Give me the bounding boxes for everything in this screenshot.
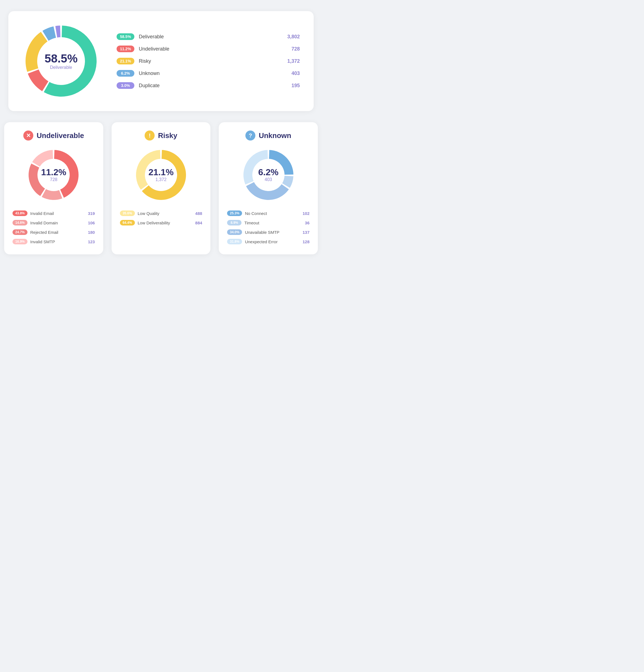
- legend-row: 11.2%Undeliverable728: [117, 46, 300, 52]
- sub-legend-name: Unexpected Error: [245, 239, 300, 244]
- top-card: 58.5% Deliverable 58.5%Deliverable3,8021…: [8, 11, 314, 111]
- main-pct: 58.5%: [45, 52, 77, 65]
- sub-legend-name: Invalid Domain: [30, 220, 85, 225]
- legend-row: 58.5%Deliverable3,802: [117, 33, 300, 40]
- unknown-count: 403: [258, 178, 278, 182]
- sub-legend-count: 123: [88, 239, 95, 244]
- legend-name: Deliverable: [139, 34, 283, 40]
- sub-card-title: Risky: [158, 131, 177, 140]
- sub-badge: 8.9%: [227, 220, 242, 226]
- sub-legend-count: 137: [303, 230, 309, 235]
- legend-count: 1,372: [287, 58, 300, 64]
- sub-legend-row: 31.8%Unexpected Error128: [227, 239, 309, 244]
- legend-badge: 21.1%: [117, 58, 134, 64]
- unknown-center: 6.2%403: [258, 167, 278, 182]
- unknown-legend: 25.3%No Connect1028.9%Timeout3634.0%Unav…: [227, 211, 309, 244]
- card-undeliverable: ✕Undeliverable11.2%72843.8%Invalid Email…: [4, 122, 103, 254]
- legend-name: Undeliverable: [139, 46, 287, 52]
- sub-badge: 34.0%: [227, 229, 242, 235]
- main-donut-center: 58.5% Deliverable: [45, 52, 77, 70]
- undeliverable-donut-wrapper: 11.2%728: [26, 147, 81, 203]
- sub-badge: 43.8%: [12, 211, 27, 216]
- sub-legend-row: 16.9%Invalid SMTP123: [12, 239, 95, 244]
- sub-legend-row: 64.4%Low Deliverability884: [120, 220, 202, 226]
- legend-count: 403: [291, 71, 300, 76]
- main-label: Deliverable: [45, 65, 77, 70]
- main-donut: 58.5% Deliverable: [22, 22, 100, 100]
- sub-legend-name: Rejected Email: [30, 230, 85, 235]
- sub-badge: 35.6%: [120, 211, 135, 216]
- risky-count: 1,372: [148, 178, 174, 182]
- sub-legend-name: Invalid SMTP: [30, 239, 85, 244]
- sub-legend-name: Unavailable SMTP: [245, 230, 300, 235]
- sub-card-title: Unknown: [259, 131, 291, 140]
- legend-badge: 58.5%: [117, 33, 134, 40]
- sub-card-title: Undeliverable: [37, 131, 84, 140]
- sub-card-header: !Risky: [120, 131, 202, 141]
- legend-name: Duplicate: [139, 83, 287, 88]
- legend-count: 195: [291, 83, 300, 88]
- sub-badge: 24.7%: [12, 229, 27, 235]
- legend-name: Unknown: [139, 71, 287, 76]
- legend-badge: 11.2%: [117, 46, 134, 52]
- risky-legend: 35.6%Low Quality48864.4%Low Deliverabili…: [120, 211, 202, 226]
- card-unknown: ?Unknown6.2%40325.3%No Connect1028.9%Tim…: [219, 122, 318, 254]
- sub-card-header: ?Unknown: [227, 131, 309, 141]
- undeliverable-count: 728: [41, 178, 66, 182]
- bottom-row: ✕Undeliverable11.2%72843.8%Invalid Email…: [0, 119, 322, 257]
- risky-donut-wrapper: 21.1%1,372: [133, 147, 189, 203]
- undeliverable-pct: 11.2%: [41, 167, 66, 177]
- legend-badge: 6.2%: [117, 70, 134, 77]
- sub-badge: 31.8%: [227, 239, 242, 244]
- legend-count: 728: [291, 46, 300, 52]
- legend-count: 3,802: [287, 34, 300, 40]
- unknown-pct: 6.2%: [258, 167, 278, 177]
- sub-legend-count: 102: [303, 211, 309, 216]
- sub-card-header: ✕Undeliverable: [12, 131, 95, 141]
- undeliverable-icon: ✕: [23, 131, 33, 141]
- sub-legend-name: Low Deliverability: [138, 220, 193, 225]
- risky-icon: !: [145, 131, 155, 141]
- sub-legend-count: 36: [305, 220, 309, 225]
- sub-legend-name: Timeout: [244, 220, 302, 225]
- sub-badge: 16.9%: [12, 239, 27, 244]
- legend-badge: 3.0%: [117, 82, 134, 89]
- sub-legend-row: 43.8%Invalid Email319: [12, 211, 95, 216]
- sub-legend-name: No Connect: [245, 211, 300, 216]
- sub-legend-count: 884: [195, 220, 202, 225]
- sub-legend-count: 106: [88, 220, 95, 225]
- sub-badge: 64.4%: [120, 220, 135, 226]
- sub-legend-row: 14.6%Invalid Domain106: [12, 220, 95, 226]
- unknown-donut-wrapper: 6.2%403: [241, 147, 296, 203]
- sub-legend-count: 319: [88, 211, 95, 216]
- unknown-icon: ?: [245, 131, 255, 141]
- sub-legend-row: 34.0%Unavailable SMTP137: [227, 229, 309, 235]
- risky-pct: 21.1%: [148, 167, 174, 177]
- sub-badge: 25.3%: [227, 211, 242, 216]
- sub-legend-count: 128: [303, 239, 309, 244]
- sub-legend-row: 25.3%No Connect102: [227, 211, 309, 216]
- sub-legend-name: Low Quality: [138, 211, 193, 216]
- risky-center: 21.1%1,372: [148, 167, 174, 182]
- sub-legend-row: 24.7%Rejected Email180: [12, 229, 95, 235]
- card-risky: !Risky21.1%1,37235.6%Low Quality48864.4%…: [112, 122, 211, 254]
- sub-legend-count: 488: [195, 211, 202, 216]
- sub-legend-count: 180: [88, 230, 95, 235]
- legend-name: Risky: [139, 58, 283, 64]
- sub-badge: 14.6%: [12, 220, 27, 226]
- undeliverable-legend: 43.8%Invalid Email31914.6%Invalid Domain…: [12, 211, 95, 244]
- sub-legend-row: 8.9%Timeout36: [227, 220, 309, 226]
- legend-row: 6.2%Unknown403: [117, 70, 300, 77]
- sub-legend-name: Invalid Email: [30, 211, 85, 216]
- sub-legend-row: 35.6%Low Quality488: [120, 211, 202, 216]
- legend-row: 3.0%Duplicate195: [117, 82, 300, 89]
- undeliverable-center: 11.2%728: [41, 167, 66, 182]
- legend-row: 21.1%Risky1,372: [117, 58, 300, 64]
- main-legend: 58.5%Deliverable3,80211.2%Undeliverable7…: [117, 33, 300, 89]
